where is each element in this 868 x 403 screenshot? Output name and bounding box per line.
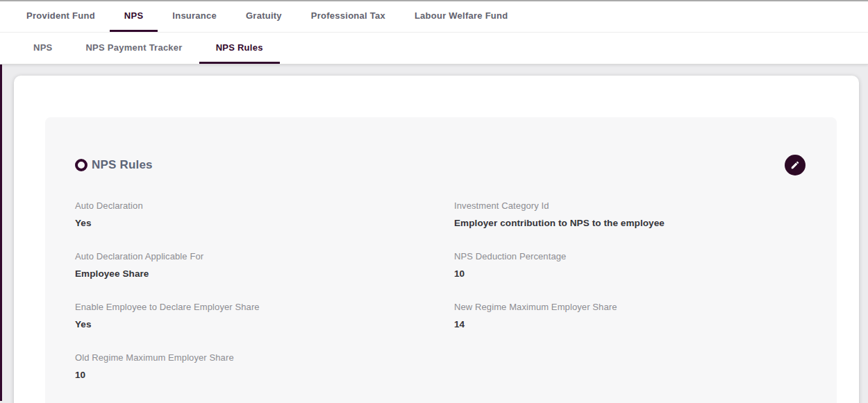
field-investment-category-id: Investment Category Id Employer contribu… (454, 200, 806, 228)
field-auto-declaration-applicable-for: Auto Declaration Applicable For Employee… (75, 251, 426, 279)
field-value: Employee Share (75, 268, 426, 279)
field-old-regime-maximum-employer-share: Old Regime Maximum Employer Share 10 (75, 352, 426, 380)
edit-button[interactable] (785, 155, 806, 175)
field-value: Yes (75, 319, 426, 329)
field-value: 14 (454, 319, 806, 329)
fields-grid: Auto Declaration Yes Investment Category… (75, 200, 806, 380)
field-auto-declaration: Auto Declaration Yes (75, 200, 426, 228)
tab-professional-tax[interactable]: Professional Tax (297, 1, 400, 32)
tab-nps[interactable]: NPS (110, 1, 158, 32)
field-nps-deduction-percentage: NPS Deduction Percentage 10 (454, 251, 806, 279)
content-panel: NPS Rules Auto Declaration Yes Investm (14, 76, 859, 403)
top-tab-bar: Provident Fund NPS Insurance Gratuity Pr… (0, 0, 868, 33)
card-title: NPS Rules (92, 158, 153, 172)
tab-labour-welfare-fund[interactable]: Labour Welfare Fund (400, 1, 523, 32)
field-label: NPS Deduction Percentage (454, 251, 806, 261)
field-value: 10 (454, 268, 806, 279)
subtab-nps[interactable]: NPS (17, 33, 69, 64)
subtab-nps-payment-tracker[interactable]: NPS Payment Tracker (69, 33, 199, 64)
nps-rules-card: NPS Rules Auto Declaration Yes Investm (45, 117, 837, 403)
tab-insurance[interactable]: Insurance (158, 1, 231, 32)
left-accent-bar (0, 65, 2, 401)
field-enable-employee-declare-employer-share: Enable Employee to Declare Employer Shar… (75, 302, 426, 329)
tab-provident-fund[interactable]: Provident Fund (12, 1, 110, 32)
subtab-nps-rules[interactable]: NPS Rules (199, 33, 280, 64)
card-title-wrap: NPS Rules (75, 158, 153, 172)
field-label: New Regime Maximum Employer Share (454, 302, 806, 312)
field-new-regime-maximum-employer-share: New Regime Maximum Employer Share 14 (454, 302, 806, 329)
field-label: Enable Employee to Declare Employer Shar… (75, 302, 426, 312)
main-content: NPS Rules Auto Declaration Yes Investm (0, 65, 868, 401)
field-label: Auto Declaration (75, 200, 426, 211)
field-value: 10 (75, 370, 426, 380)
field-value: Yes (75, 218, 426, 228)
field-label: Investment Category Id (454, 200, 806, 211)
sub-tab-bar: NPS NPS Payment Tracker NPS Rules (0, 33, 868, 65)
ring-icon (75, 159, 87, 171)
field-value: Employer contribution to NPS to the empl… (454, 218, 806, 228)
card-header: NPS Rules (75, 155, 806, 175)
pencil-icon (790, 160, 800, 170)
field-label: Auto Declaration Applicable For (75, 251, 426, 261)
tab-gratuity[interactable]: Gratuity (231, 1, 297, 32)
field-label: Old Regime Maximum Employer Share (75, 352, 426, 363)
